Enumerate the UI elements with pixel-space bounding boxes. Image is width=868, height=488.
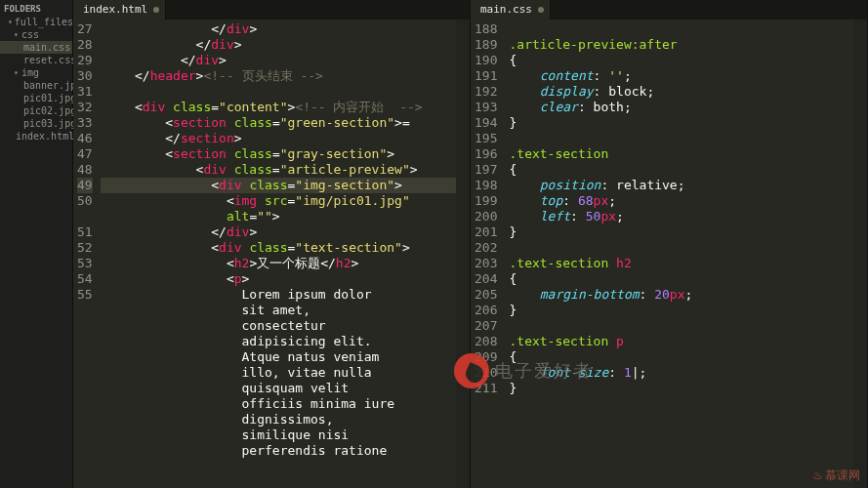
code-line[interactable]: <div class="text-section"> (101, 240, 456, 256)
code-line[interactable]: { (505, 349, 853, 365)
code-line[interactable]: .article-preview:after (505, 37, 853, 53)
code-line[interactable]: adipisicing elit. (101, 334, 456, 349)
code-line[interactable]: { (505, 162, 853, 178)
tree-item-pic01-jpg[interactable]: pic01.jpg (0, 92, 72, 104)
tree-item-pic03-jpg[interactable]: pic03.jpg (0, 117, 72, 130)
code-line[interactable] (505, 240, 853, 256)
code-line[interactable]: illo, vitae nulla (101, 365, 456, 381)
tree-item-img[interactable]: ▾img (0, 66, 72, 79)
brand-text: 慕课网 (825, 468, 860, 482)
line-number: 46 (77, 131, 93, 146)
code-line[interactable]: sit amet, (101, 303, 456, 318)
line-number: 28 (77, 37, 93, 53)
line-number: 53 (77, 256, 93, 271)
minimap-right[interactable] (853, 20, 867, 488)
code-right[interactable]: .article-preview:after{ content: ''; dis… (505, 20, 853, 488)
tree-item-banner-jpg[interactable]: banner.jpg (0, 79, 72, 92)
tab-label: main.css (480, 3, 532, 16)
editor-panes: index.html 27282930313233464748495051525… (73, 0, 868, 488)
code-line[interactable] (101, 84, 456, 100)
tree-item-reset-css[interactable]: reset.css (0, 54, 72, 66)
code-line[interactable]: alt=""> (101, 209, 456, 224)
code-line[interactable]: position: relative; (505, 178, 853, 193)
code-line[interactable]: consectetur (101, 318, 456, 334)
line-number: 51 (77, 224, 93, 240)
tree-item-css[interactable]: ▾css (0, 28, 72, 41)
line-number: 30 (77, 68, 93, 84)
code-line[interactable]: font-size: 1|; (505, 365, 853, 381)
code-line[interactable]: Lorem ipsum dolor (101, 287, 456, 303)
tree-item-main-css[interactable]: main.css (0, 41, 72, 54)
code-line[interactable]: officiis minima iure (101, 396, 456, 412)
code-line[interactable]: <h2>又一个标题</h2> (101, 256, 456, 271)
line-number: 199 (475, 193, 497, 209)
line-number: 194 (475, 115, 497, 131)
code-line[interactable] (505, 318, 853, 334)
code-line[interactable]: </div> (101, 37, 456, 53)
line-number: 195 (475, 131, 497, 146)
tree-arrow-icon: ▾ (8, 18, 13, 26)
line-number: 210 (475, 365, 497, 381)
line-number: 50 (77, 193, 93, 209)
code-line[interactable]: similique nisi (101, 427, 456, 443)
code-line[interactable]: perferendis ratione (101, 443, 456, 459)
code-line[interactable] (505, 21, 853, 37)
code-line[interactable]: <div class="article-preview"> (101, 162, 456, 178)
code-line[interactable]: Atque natus veniam (101, 349, 456, 365)
code-area-left[interactable]: 2728293031323346474849505152535455 </div… (73, 20, 470, 488)
code-line[interactable]: .text-section p (505, 334, 853, 349)
code-line[interactable]: </div> (101, 53, 456, 68)
code-line[interactable]: { (505, 271, 853, 287)
code-line[interactable]: <section class="green-section">= (101, 115, 456, 131)
code-line[interactable]: </div> (101, 21, 456, 37)
code-line[interactable]: { (505, 53, 853, 68)
line-number: 188 (475, 21, 497, 37)
code-line[interactable] (505, 131, 853, 146)
code-line[interactable]: } (505, 303, 853, 318)
code-line[interactable]: <p> (101, 271, 456, 287)
code-line[interactable]: top: 68px; (505, 193, 853, 209)
line-number: 47 (77, 146, 93, 162)
code-line[interactable]: } (505, 381, 853, 396)
line-number: 211 (475, 381, 497, 396)
flame-icon: ♨ (812, 468, 823, 482)
code-line[interactable]: </section> (101, 131, 456, 146)
tab-dirty-dot-icon (153, 7, 159, 13)
code-line[interactable]: </header><!-- 页头结束 --> (101, 68, 456, 84)
folder-sidebar[interactable]: FOLDERS ▾full_files▾cssmain.cssreset.css… (0, 0, 73, 488)
code-line[interactable]: .text-section h2 (505, 256, 853, 271)
tree-item-pic02-jpg[interactable]: pic02.jpg (0, 104, 72, 117)
code-line[interactable]: <div class="img-section"> (101, 178, 456, 193)
code-line[interactable]: clear: both; (505, 100, 853, 115)
tabbar-right[interactable]: main.css (471, 0, 867, 20)
code-line[interactable]: <img src="img/pic01.jpg" (101, 193, 456, 209)
gutter-right: 1881891901911921931941951961971981992002… (471, 20, 505, 488)
code-line[interactable]: <section class="gray-section"> (101, 146, 456, 162)
code-area-right[interactable]: 1881891901911921931941951961971981992002… (471, 20, 867, 488)
line-number: 193 (475, 100, 497, 115)
code-line[interactable]: </div> (101, 224, 456, 240)
code-line[interactable]: } (505, 115, 853, 131)
tab-main-css[interactable]: main.css (471, 0, 551, 20)
code-line[interactable]: content: ''; (505, 68, 853, 84)
code-line[interactable]: .text-section (505, 146, 853, 162)
line-number: 201 (475, 224, 497, 240)
line-number: 190 (475, 53, 497, 68)
line-number: 206 (475, 303, 497, 318)
tab-index-html[interactable]: index.html (73, 0, 166, 20)
code-line[interactable]: display: block; (505, 84, 853, 100)
code-line[interactable]: <div class="content"><!-- 内容开始 --> (101, 100, 456, 115)
code-line[interactable]: dignissimos, (101, 412, 456, 427)
file-tree[interactable]: ▾full_files▾cssmain.cssreset.css▾imgbann… (0, 16, 72, 142)
line-number: 192 (475, 84, 497, 100)
code-line[interactable]: quisquam velit (101, 381, 456, 396)
line-number: 189 (475, 37, 497, 53)
code-line[interactable]: } (505, 224, 853, 240)
code-line[interactable]: margin-bottom: 20px; (505, 287, 853, 303)
tabbar-left[interactable]: index.html (73, 0, 470, 20)
tree-item-full_files[interactable]: ▾full_files (0, 16, 72, 28)
minimap-left[interactable] (456, 20, 470, 488)
code-line[interactable]: left: 50px; (505, 209, 853, 224)
code-left[interactable]: </div> </div> </div> </header><!-- 页头结束 … (101, 20, 456, 488)
tree-item-index-html[interactable]: index.html (0, 130, 72, 142)
